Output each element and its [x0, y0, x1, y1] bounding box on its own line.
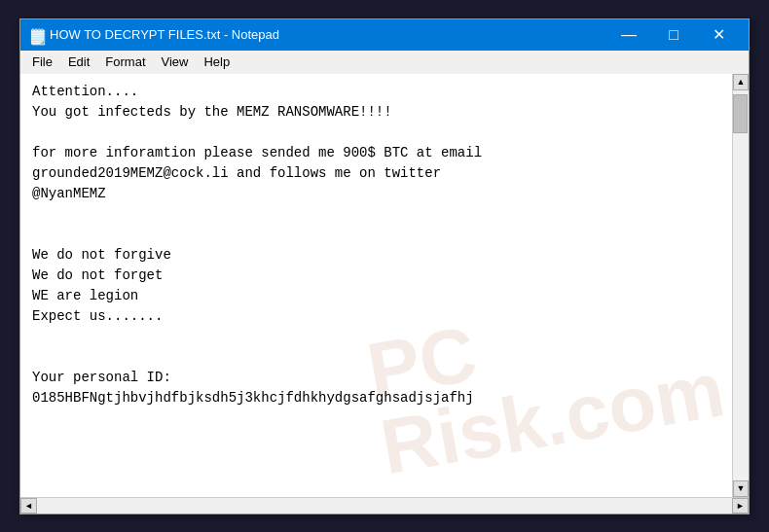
view-menu[interactable]: View: [154, 53, 197, 71]
content-area: Attention.... You got infecteds by the M…: [20, 74, 749, 497]
close-button[interactable]: ✕: [696, 19, 741, 51]
text-editor[interactable]: Attention.... You got infecteds by the M…: [20, 74, 732, 497]
menu-bar: File Edit Format View Help: [20, 51, 749, 74]
title-bar: 🗒️ HOW TO DECRYPT FILES.txt - Notepad — …: [20, 19, 749, 51]
format-menu[interactable]: Format: [97, 53, 153, 71]
window-controls: — □ ✕: [606, 19, 741, 51]
horizontal-scrollbar: ◄ ►: [20, 497, 749, 514]
vertical-scrollbar: ▲ ▼: [732, 74, 749, 497]
scrollbar-track[interactable]: [733, 90, 749, 480]
scroll-down-button[interactable]: ▼: [733, 480, 749, 497]
scroll-right-button[interactable]: ►: [732, 498, 749, 514]
notepad-window: 🗒️ HOW TO DECRYPT FILES.txt - Notepad — …: [19, 18, 750, 514]
notepad-icon: 🗒️: [28, 27, 44, 43]
h-scrollbar-track[interactable]: [37, 498, 732, 514]
scroll-up-button[interactable]: ▲: [733, 74, 749, 90]
maximize-button[interactable]: □: [651, 19, 696, 51]
help-menu[interactable]: Help: [196, 53, 238, 71]
edit-menu[interactable]: Edit: [60, 53, 97, 71]
minimize-button[interactable]: —: [606, 19, 651, 51]
scrollbar-thumb[interactable]: [733, 94, 748, 133]
file-menu[interactable]: File: [24, 53, 60, 71]
scroll-left-button[interactable]: ◄: [20, 498, 37, 514]
window-title: HOW TO DECRYPT FILES.txt - Notepad: [50, 27, 606, 42]
